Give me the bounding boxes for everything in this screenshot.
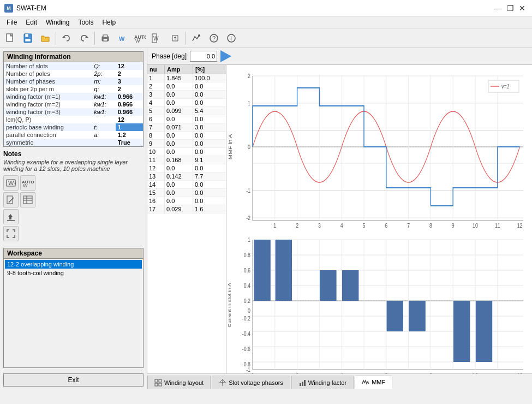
cell-pct: 0.0 bbox=[193, 181, 226, 188]
row-key: t: bbox=[92, 123, 115, 131]
table-row: Number of poles 2p: 2 bbox=[4, 70, 143, 78]
table-winding-button[interactable] bbox=[20, 192, 35, 207]
bar-7 bbox=[409, 301, 425, 331]
tab-winding-factor[interactable]: Winding factor bbox=[291, 376, 354, 389]
row-key: kw1: bbox=[92, 93, 115, 100]
row-key: kw1: bbox=[92, 100, 115, 108]
exit-button[interactable]: Exit bbox=[3, 373, 144, 387]
signal-btn[interactable] bbox=[188, 31, 205, 46]
svg-rect-127 bbox=[302, 382, 303, 386]
svg-text:1: 1 bbox=[273, 222, 276, 229]
svg-text:W: W bbox=[119, 35, 125, 42]
print-button[interactable] bbox=[97, 31, 113, 46]
cell-amp: 0.071 bbox=[165, 123, 193, 131]
undo-button[interactable] bbox=[58, 31, 75, 46]
phase-label: Phase [deg] bbox=[152, 52, 187, 60]
main-layout: Winding Information Number of slots Q: 1… bbox=[0, 48, 532, 389]
svg-rect-128 bbox=[304, 380, 306, 386]
table-row: 15 0.0 0.0 bbox=[147, 189, 226, 197]
workspace-item[interactable]: 9-8 tooth-coil winding bbox=[5, 269, 142, 277]
svg-rect-126 bbox=[300, 383, 301, 386]
tab-winding-factor-label: Winding factor bbox=[308, 379, 346, 386]
menu-file[interactable]: File bbox=[2, 16, 21, 28]
winding-info-panel: Winding Information Number of slots Q: 1… bbox=[3, 51, 144, 147]
svg-line-125 bbox=[220, 379, 223, 382]
close-button[interactable]: ✕ bbox=[517, 3, 528, 14]
svg-text:-0.2: -0.2 bbox=[242, 315, 251, 322]
svg-text:9: 9 bbox=[452, 222, 455, 229]
tab-winding-layout[interactable]: Winding layout bbox=[147, 376, 211, 389]
table-row: 4 0.0 0.0 bbox=[147, 99, 226, 107]
menu-edit[interactable]: Edit bbox=[21, 16, 41, 28]
table-row: slots per 2p per m q: 2 bbox=[4, 85, 143, 93]
row-key: kw1: bbox=[92, 108, 115, 116]
toolbar-sep-2 bbox=[94, 32, 95, 45]
winding2-btn[interactable]: W bbox=[150, 31, 166, 46]
menu-winding[interactable]: Winding bbox=[41, 16, 74, 28]
charts-section: 2 1 0 -1 -2 1 2 3 4 5 6 7 8 bbox=[226, 65, 532, 373]
fullscreen-button[interactable] bbox=[3, 226, 19, 241]
svg-rect-2 bbox=[25, 34, 28, 37]
row-value: 2 bbox=[116, 85, 143, 93]
table-row: 16 0.0 0.0 bbox=[147, 197, 226, 205]
add-winding-button[interactable]: W+ bbox=[3, 175, 19, 191]
cell-nu: 15 bbox=[147, 189, 165, 197]
menu-tools[interactable]: Tools bbox=[74, 16, 98, 28]
auto-winding-left-button[interactable]: AUTOW bbox=[20, 175, 35, 191]
winding-btn[interactable]: W bbox=[115, 31, 131, 46]
info-button[interactable]: i bbox=[223, 31, 240, 46]
row-label: parallel connection bbox=[4, 131, 92, 139]
svg-rect-3 bbox=[25, 39, 31, 41]
phase-slider[interactable] bbox=[220, 50, 231, 62]
svg-text:2: 2 bbox=[296, 372, 298, 373]
svg-text:2: 2 bbox=[296, 222, 298, 229]
workspace-item[interactable]: 12-2 overlapping winding bbox=[5, 260, 142, 269]
menu-help[interactable]: Help bbox=[98, 16, 120, 28]
svg-text:0.6: 0.6 bbox=[244, 267, 251, 274]
svg-text:5: 5 bbox=[363, 222, 366, 229]
data-table-rows: 1 1.845 100.0 2 0.0 0.0 3 0.0 0.0 4 0.0 … bbox=[147, 74, 226, 213]
svg-text:0.8: 0.8 bbox=[244, 252, 251, 258]
table-row: 1 1.845 100.0 bbox=[147, 74, 226, 82]
svg-text:MMF in A: MMF in A bbox=[228, 134, 233, 159]
minimize-button[interactable]: — bbox=[493, 3, 504, 14]
app-icon: M bbox=[4, 4, 13, 13]
svg-text:10: 10 bbox=[473, 372, 478, 373]
svg-text:10: 10 bbox=[473, 222, 478, 229]
edit-winding-button[interactable] bbox=[3, 192, 19, 207]
cell-nu: 13 bbox=[147, 173, 165, 180]
export-left-button[interactable] bbox=[3, 209, 19, 224]
workspace-panel: Workspace 12-2 overlapping winding 9-8 t… bbox=[3, 248, 144, 368]
row-key: 2p: bbox=[92, 70, 115, 78]
row-label: Number of phases bbox=[4, 78, 92, 85]
phase-input[interactable] bbox=[190, 51, 217, 62]
app-title: SWAT-EM bbox=[16, 4, 493, 12]
row-label: lcm(Q, P) bbox=[4, 116, 92, 123]
cell-nu: 3 bbox=[147, 91, 165, 98]
titlebar: M SWAT-EM — ❐ ✕ bbox=[0, 0, 532, 16]
redo-button[interactable] bbox=[76, 31, 92, 46]
winding-layout-icon bbox=[154, 379, 162, 387]
bar-1 bbox=[276, 240, 292, 301]
table-scroll-body[interactable]: 1 1.845 100.0 2 0.0 0.0 3 0.0 0.0 4 0.0 … bbox=[147, 74, 226, 373]
tab-winding-layout-label: Winding layout bbox=[164, 379, 204, 386]
notes-title: Notes bbox=[3, 150, 144, 158]
svg-text:8: 8 bbox=[429, 372, 432, 373]
tab-slot-voltage[interactable]: Slot voltage phasors bbox=[212, 376, 290, 389]
export-btn[interactable] bbox=[167, 31, 183, 46]
svg-marker-5 bbox=[85, 36, 88, 38]
open-button[interactable] bbox=[37, 31, 53, 46]
save-button[interactable] bbox=[20, 31, 36, 46]
auto-winding-btn[interactable]: AUTOW bbox=[132, 31, 148, 46]
restore-button[interactable]: ❐ bbox=[505, 3, 516, 14]
svg-text:2: 2 bbox=[248, 73, 250, 79]
svg-text:12: 12 bbox=[517, 372, 523, 373]
help-button[interactable]: ? bbox=[206, 31, 222, 46]
row-key: q: bbox=[92, 85, 115, 93]
new-button[interactable] bbox=[2, 31, 19, 46]
tab-mmf[interactable]: MMF bbox=[355, 376, 392, 389]
svg-line-24 bbox=[9, 198, 14, 203]
data-table-section: nu Amp [%] 1 1.845 100.0 2 0.0 0.0 3 0.0… bbox=[147, 65, 226, 373]
mmf-icon bbox=[362, 378, 369, 386]
cell-pct: 5.4 bbox=[193, 107, 226, 115]
